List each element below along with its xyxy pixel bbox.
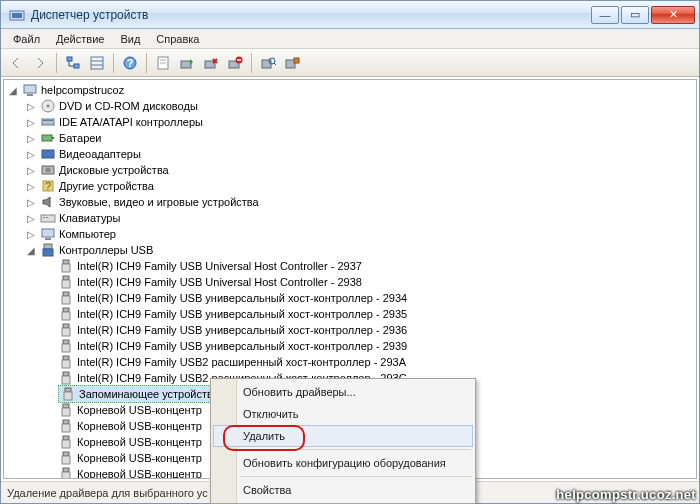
svg-rect-64 bbox=[63, 436, 69, 440]
close-button[interactable]: ✕ bbox=[651, 6, 695, 24]
tree-label: Корневой USB-концентр bbox=[77, 468, 202, 479]
svg-rect-12 bbox=[181, 61, 191, 68]
disk-icon bbox=[40, 162, 56, 178]
tree-usb-item[interactable]: Intel(R) ICH9 Family USB универсальный х… bbox=[4, 338, 696, 354]
tree-label: Дисковые устройства bbox=[59, 164, 169, 176]
twisty-icon[interactable]: ▷ bbox=[22, 133, 40, 144]
aud-icon bbox=[40, 194, 56, 210]
usbdev-icon bbox=[58, 306, 74, 322]
tree-cat-dvd[interactable]: ▷ DVD и CD-ROM дисководы bbox=[4, 98, 696, 114]
menu-help[interactable]: Справка bbox=[148, 31, 207, 47]
tree-usb-item[interactable]: Intel(R) ICH9 Family USB универсальный х… bbox=[4, 290, 696, 306]
svg-line-19 bbox=[274, 63, 276, 65]
svg-rect-4 bbox=[91, 57, 103, 69]
svg-rect-52 bbox=[63, 340, 69, 344]
twisty-icon[interactable]: ▷ bbox=[22, 149, 40, 160]
twisty-icon[interactable]: ◢ bbox=[22, 245, 40, 256]
tree-usb-item[interactable]: Intel(R) ICH9 Family USB универсальный х… bbox=[4, 322, 696, 338]
tree-label: Intel(R) ICH9 Family USB универсальный х… bbox=[77, 324, 407, 336]
twisty-icon[interactable]: ◢ bbox=[4, 85, 22, 96]
svg-rect-22 bbox=[24, 85, 36, 93]
tree-usb-item[interactable]: Intel(R) ICH9 Family USB универсальный х… bbox=[4, 306, 696, 322]
properties-icon[interactable] bbox=[152, 52, 174, 74]
svg-rect-2 bbox=[67, 57, 72, 61]
svg-rect-67 bbox=[62, 456, 70, 464]
tree-usb-item[interactable]: Intel(R) ICH9 Family USB Universal Host … bbox=[4, 274, 696, 290]
list-view-icon[interactable] bbox=[86, 52, 108, 74]
ide-icon bbox=[40, 114, 56, 130]
svg-rect-66 bbox=[63, 452, 69, 456]
svg-rect-21 bbox=[294, 58, 299, 63]
cm-scan-hardware[interactable]: Обновить конфигурацию оборудования bbox=[213, 452, 473, 474]
usbdev-icon bbox=[58, 434, 74, 450]
vid-icon bbox=[40, 146, 56, 162]
svg-point-25 bbox=[47, 105, 50, 108]
svg-rect-50 bbox=[63, 324, 69, 328]
tree-label: Корневой USB-концентр bbox=[77, 452, 202, 464]
cm-properties[interactable]: Свойства bbox=[213, 479, 473, 501]
cm-delete[interactable]: Удалить bbox=[213, 425, 473, 447]
tree-cat-usb[interactable]: ◢ Контроллеры USB bbox=[4, 242, 696, 258]
tree-label: Intel(R) ICH9 Family USB Universal Host … bbox=[77, 260, 362, 272]
tree-cat-keyboard[interactable]: ▷ Клавиатуры bbox=[4, 210, 696, 226]
tree-label: Компьютер bbox=[59, 228, 116, 240]
tree-label: Intel(R) ICH9 Family USB2 расширенный хо… bbox=[77, 356, 406, 368]
tree-label: Корневой USB-концентр bbox=[77, 420, 202, 432]
titlebar[interactable]: Диспетчер устройств — ▭ ✕ bbox=[1, 1, 699, 29]
twisty-icon[interactable]: ▷ bbox=[22, 165, 40, 176]
help-icon[interactable]: ? bbox=[119, 52, 141, 74]
twisty-icon[interactable]: ▷ bbox=[22, 181, 40, 192]
svg-rect-35 bbox=[41, 215, 55, 222]
cm-update-drivers[interactable]: Обновить драйверы... bbox=[213, 381, 473, 403]
tree-label: Батареи bbox=[59, 132, 102, 144]
svg-rect-27 bbox=[43, 120, 53, 121]
back-icon[interactable] bbox=[5, 52, 27, 74]
svg-rect-28 bbox=[42, 135, 52, 141]
show-hidden-icon[interactable] bbox=[281, 52, 303, 74]
tree-cat-computer[interactable]: ▷ Компьютер bbox=[4, 226, 696, 242]
tree-cat-battery[interactable]: ▷ Батареи bbox=[4, 130, 696, 146]
tree-usb-item[interactable]: Intel(R) ICH9 Family USB Universal Host … bbox=[4, 258, 696, 274]
svg-rect-45 bbox=[62, 280, 70, 288]
svg-rect-1 bbox=[12, 13, 22, 18]
menu-view[interactable]: Вид bbox=[112, 31, 148, 47]
update-driver-icon[interactable] bbox=[176, 52, 198, 74]
tree-cat-audio[interactable]: ▷ Звуковые, видео и игровые устройства bbox=[4, 194, 696, 210]
pc-icon bbox=[40, 226, 56, 242]
svg-rect-48 bbox=[63, 308, 69, 312]
svg-rect-69 bbox=[62, 472, 70, 479]
usbdev-icon bbox=[58, 450, 74, 466]
svg-rect-17 bbox=[262, 60, 271, 68]
svg-rect-59 bbox=[64, 392, 72, 400]
svg-rect-29 bbox=[52, 137, 54, 139]
cm-disable[interactable]: Отключить bbox=[213, 403, 473, 425]
svg-rect-49 bbox=[62, 312, 70, 320]
tree-label: Корневой USB-концентр bbox=[77, 436, 202, 448]
uninstall-icon[interactable] bbox=[224, 52, 246, 74]
twisty-icon[interactable]: ▷ bbox=[22, 213, 40, 224]
scan-hardware-icon[interactable] bbox=[257, 52, 279, 74]
minimize-button[interactable]: — bbox=[591, 6, 619, 24]
tree-cat-disk[interactable]: ▷ Дисковые устройства bbox=[4, 162, 696, 178]
tree-cat-ide[interactable]: ▷ IDE ATA/ATAPI контроллеры bbox=[4, 114, 696, 130]
twisty-icon[interactable]: ▷ bbox=[22, 197, 40, 208]
tree-cat-other[interactable]: ▷ ? Другие устройства bbox=[4, 178, 696, 194]
pc-icon bbox=[22, 82, 38, 98]
tree-label: Другие устройства bbox=[59, 180, 154, 192]
svg-rect-23 bbox=[27, 94, 33, 96]
maximize-button[interactable]: ▭ bbox=[621, 6, 649, 24]
tree-label: Корневой USB-концентр bbox=[77, 404, 202, 416]
menu-file[interactable]: Файл bbox=[5, 31, 48, 47]
twisty-icon[interactable]: ▷ bbox=[22, 101, 40, 112]
tree-root-node[interactable]: ◢ helpcompstrucoz bbox=[4, 82, 696, 98]
twisty-icon[interactable]: ▷ bbox=[22, 117, 40, 128]
forward-icon[interactable] bbox=[29, 52, 51, 74]
tree-usb-item[interactable]: Intel(R) ICH9 Family USB2 расширенный хо… bbox=[4, 354, 696, 370]
svg-rect-65 bbox=[62, 440, 70, 448]
twisty-icon[interactable]: ▷ bbox=[22, 229, 40, 240]
tree-cat-video[interactable]: ▷ Видеоадаптеры bbox=[4, 146, 696, 162]
disable-icon[interactable] bbox=[200, 52, 222, 74]
menu-action[interactable]: Действие bbox=[48, 31, 112, 47]
tree-view-icon[interactable] bbox=[62, 52, 84, 74]
svg-rect-61 bbox=[62, 408, 70, 416]
